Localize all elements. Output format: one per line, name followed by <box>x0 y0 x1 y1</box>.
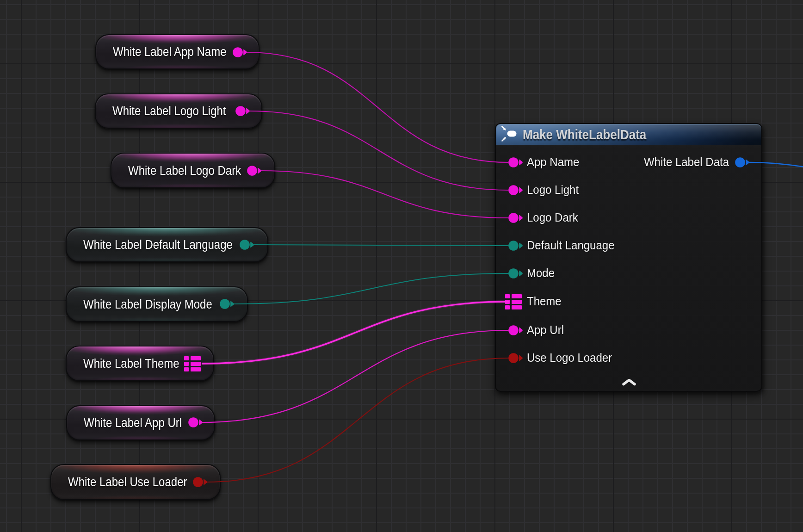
wire-use-loader-to-use-logo-loader[interactable] <box>207 358 509 482</box>
variable-node-logo-light[interactable]: White Label Logo Light <box>95 93 262 129</box>
input-pin-default-language[interactable] <box>508 239 524 254</box>
output-pin-logo-light[interactable] <box>235 105 251 119</box>
wire-theme-to-theme[interactable] <box>202 302 509 364</box>
output-pin-logo-dark[interactable] <box>247 164 263 179</box>
input-pin-logo-light[interactable] <box>508 184 524 198</box>
variable-node-label: White Label Logo Dark <box>128 164 241 177</box>
make-struct-icon <box>501 125 517 144</box>
input-pin-app-url[interactable] <box>508 324 524 339</box>
output-pin-label: White Label Data <box>644 156 729 168</box>
input-pin-mode[interactable] <box>508 267 524 282</box>
input-pin-label: Default Language <box>527 239 615 251</box>
variable-node-label: White Label App Name <box>113 46 226 58</box>
node-title: Make WhiteLabelData <box>523 128 646 142</box>
wire-default-language-to-default-language[interactable] <box>253 245 509 246</box>
input-pin-label: App Name <box>527 156 579 168</box>
wire-app-name-to-app-name[interactable] <box>247 52 509 162</box>
variable-node-label: White Label Display Mode <box>83 298 212 310</box>
collapse-advanced-pins-button[interactable] <box>621 378 637 388</box>
output-pin-use-loader[interactable] <box>193 476 209 490</box>
input-pin-use-logo-loader[interactable] <box>508 352 524 366</box>
input-pin-label: Logo Light <box>527 184 579 196</box>
variable-node-logo-dark[interactable]: White Label Logo Dark <box>111 153 275 188</box>
input-pin-app-name[interactable] <box>508 156 524 171</box>
variable-node-theme[interactable]: White Label Theme <box>66 346 214 381</box>
input-pin-label: App Url <box>527 324 564 336</box>
variable-node-use-loader[interactable]: White Label Use Loader <box>50 464 221 500</box>
input-pin-label: Theme <box>527 295 562 307</box>
input-pin-logo-dark[interactable] <box>508 211 524 226</box>
variable-node-label: White Label Default Language <box>83 239 233 251</box>
blueprint-canvas[interactable]: White Label App NameWhite Label Logo Lig… <box>0 0 803 532</box>
variable-node-label: White Label Theme <box>83 357 179 370</box>
make-whitelabeldata-node[interactable]: Make WhiteLabelDataApp NameLogo LightLog… <box>495 123 762 392</box>
wire-logo-dark-to-logo-dark[interactable] <box>261 171 509 218</box>
output-pin-app-url[interactable] <box>188 416 204 431</box>
input-pin-label: Use Logo Loader <box>527 352 612 364</box>
variable-node-label: White Label Use Loader <box>68 476 187 489</box>
node-header[interactable]: Make WhiteLabelData <box>496 124 761 145</box>
map-pin-icon-theme[interactable] <box>184 356 201 373</box>
input-pin-label: Logo Dark <box>527 211 578 223</box>
variable-node-label: White Label App Url <box>84 417 182 429</box>
variable-node-label: White Label Logo Light <box>112 105 226 118</box>
wire-logo-light-to-logo-light[interactable] <box>249 111 509 190</box>
variable-node-display-mode[interactable]: White Label Display Mode <box>66 286 248 322</box>
input-pin-label: Mode <box>527 267 555 279</box>
wire-display-mode-to-mode[interactable] <box>234 273 509 304</box>
output-pin-default-language[interactable] <box>240 238 255 253</box>
output-pin-white-label-data[interactable] <box>735 156 751 171</box>
variable-node-app-url[interactable]: White Label App Url <box>66 405 215 440</box>
output-pin-display-mode[interactable] <box>220 297 235 312</box>
variable-node-app-name[interactable]: White Label App Name <box>95 34 259 69</box>
variable-node-default-language[interactable]: White Label Default Language <box>66 227 268 262</box>
output-pin-app-name[interactable] <box>233 46 248 61</box>
wire-app-url-to-app-url[interactable] <box>202 330 509 422</box>
